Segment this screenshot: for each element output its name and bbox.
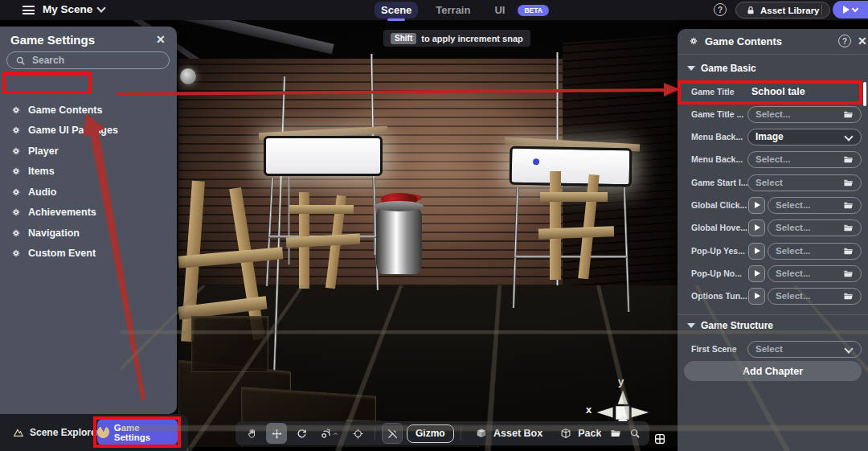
folder-icon[interactable] bbox=[843, 269, 854, 279]
caret-up-icon[interactable] bbox=[332, 430, 339, 437]
field-label: Menu Back... bbox=[691, 154, 749, 164]
folder-icon[interactable] bbox=[843, 246, 854, 256]
chevron-down-icon[interactable] bbox=[844, 344, 853, 353]
field-row: Pop-Up No... Select... bbox=[678, 264, 868, 283]
tab-ui[interactable]: UI bbox=[488, 2, 511, 18]
close-icon[interactable]: ✕ bbox=[858, 35, 867, 47]
dropdown-value: Image bbox=[755, 131, 845, 142]
sidebar-item-label: Game Contents bbox=[28, 105, 102, 116]
snap-tool-button[interactable] bbox=[347, 423, 368, 444]
sidebar-item-label: Items bbox=[28, 166, 55, 177]
sidebar-item-items[interactable]: Items bbox=[0, 161, 177, 181]
play-icon bbox=[755, 202, 760, 208]
sidebar-item-audio[interactable]: Audio bbox=[0, 182, 177, 202]
preview-play-button[interactable] bbox=[748, 243, 765, 260]
snap-tooltip: Shift to apply increment snap bbox=[383, 30, 530, 47]
asset-box-button[interactable]: Asset Box bbox=[493, 428, 542, 439]
select-placeholder: Select... bbox=[776, 223, 843, 232]
game-title-input[interactable]: School tale bbox=[751, 86, 805, 97]
pan-tool-button[interactable] bbox=[241, 423, 262, 444]
field-label: Options Tun... bbox=[691, 291, 749, 301]
transform-tool-button[interactable] bbox=[316, 423, 343, 444]
folder-icon[interactable] bbox=[843, 200, 854, 211]
file-select-input[interactable]: Select... bbox=[768, 219, 862, 236]
rotate-tool-button[interactable] bbox=[291, 423, 312, 444]
field-row: Game Title ... Select... bbox=[678, 105, 868, 124]
select-placeholder: Select... bbox=[776, 269, 843, 278]
scene-explorer-label: Scene Explorer bbox=[30, 427, 100, 438]
section-game-basic[interactable]: Game Basic bbox=[687, 63, 756, 74]
section-game-structure[interactable]: Game Structure bbox=[687, 320, 773, 331]
file-select-input[interactable]: Select... bbox=[768, 243, 862, 260]
search-box[interactable] bbox=[6, 51, 170, 69]
collapse-caret-icon[interactable] bbox=[687, 66, 695, 71]
play-icon bbox=[755, 293, 760, 299]
tab-scene[interactable]: Scene bbox=[375, 2, 418, 18]
file-select-input[interactable]: Select... bbox=[768, 265, 862, 282]
add-chapter-button[interactable]: Add Chapter bbox=[684, 361, 862, 381]
panel-scrollbar[interactable] bbox=[863, 82, 866, 106]
rotate-icon bbox=[296, 428, 308, 440]
toggle-helpers-button[interactable] bbox=[382, 423, 403, 444]
package-icon bbox=[560, 428, 571, 439]
help-icon[interactable]: ? bbox=[838, 35, 851, 47]
gear-icon bbox=[11, 146, 21, 156]
search-input[interactable] bbox=[32, 55, 153, 66]
hand-icon bbox=[246, 428, 258, 440]
hamburger-menu-icon[interactable] bbox=[23, 6, 35, 14]
move-tool-button[interactable] bbox=[266, 423, 287, 444]
field-label: First Scene bbox=[691, 344, 749, 354]
folder-icon[interactable] bbox=[843, 291, 854, 301]
file-select-input[interactable]: Select... bbox=[747, 106, 862, 123]
field-row: Pop-Up Yes... Select... bbox=[678, 241, 868, 260]
sidebar-item-label: Achievements bbox=[28, 207, 96, 218]
help-icon[interactable]: ? bbox=[714, 3, 727, 16]
folder-icon[interactable] bbox=[843, 109, 854, 120]
asset-library-button[interactable]: Asset Library bbox=[735, 2, 830, 18]
chevron-down-icon[interactable] bbox=[96, 3, 105, 12]
file-select-input[interactable]: Select... bbox=[768, 288, 862, 305]
preview-play-button[interactable] bbox=[748, 197, 765, 214]
sidebar-item-navigation[interactable]: Navigation bbox=[0, 223, 177, 243]
tab-terrain[interactable]: Terrain bbox=[429, 2, 477, 18]
folder-icon[interactable] bbox=[843, 178, 854, 188]
chevron-down-icon[interactable] bbox=[844, 132, 853, 141]
game-settings-button[interactable]: Game Settings bbox=[97, 419, 178, 445]
select-placeholder: Select... bbox=[755, 109, 843, 119]
gizmo-button[interactable]: Gizmo bbox=[407, 424, 454, 443]
field-row: Global Hove... Select... bbox=[678, 218, 868, 237]
preview-play-button[interactable] bbox=[748, 288, 765, 305]
axis-y-label: y bbox=[618, 375, 624, 387]
folder-icon[interactable] bbox=[610, 428, 621, 439]
search-icon[interactable] bbox=[629, 428, 641, 439]
preview-play-button[interactable] bbox=[748, 219, 765, 236]
file-select-input[interactable]: Select... bbox=[768, 197, 862, 214]
chevron-down-icon[interactable] bbox=[852, 6, 858, 12]
folder-icon[interactable] bbox=[843, 223, 854, 233]
gear-icon bbox=[11, 125, 21, 135]
field-row-first-scene: First Scene Select bbox=[678, 339, 868, 359]
dropdown-select[interactable]: Select bbox=[747, 341, 862, 358]
select-placeholder: Select... bbox=[755, 154, 843, 164]
sidebar-item-achievements[interactable]: Achievements bbox=[0, 202, 177, 222]
play-button[interactable] bbox=[833, 1, 868, 18]
collapse-caret-icon[interactable] bbox=[687, 323, 695, 328]
sidebar-item-game-ui-packages[interactable]: Game UI Packages bbox=[0, 120, 177, 140]
gear-icon bbox=[97, 426, 109, 438]
topbar-divider bbox=[821, 5, 822, 15]
dropdown-select[interactable]: Image bbox=[747, 129, 862, 146]
panel-title: Game Settings bbox=[10, 33, 95, 47]
file-select-input[interactable]: Select... bbox=[747, 151, 862, 168]
beta-badge: BETA bbox=[518, 5, 549, 16]
sidebar-item-custom-event[interactable]: Custom Event bbox=[0, 243, 177, 263]
scene-explorer-button[interactable]: Scene Explorer bbox=[5, 420, 108, 445]
file-select-input[interactable]: Select bbox=[747, 174, 862, 191]
close-icon[interactable]: ✕ bbox=[156, 33, 166, 46]
divider bbox=[678, 314, 868, 315]
grid-view-icon[interactable] bbox=[653, 433, 666, 449]
sidebar-item-game-contents[interactable]: Game Contents bbox=[0, 100, 177, 120]
folder-icon[interactable] bbox=[843, 154, 854, 165]
preview-play-button[interactable] bbox=[748, 265, 765, 282]
sidebar-item-player[interactable]: Player bbox=[0, 141, 177, 161]
scene-name[interactable]: My Scene bbox=[43, 3, 92, 15]
